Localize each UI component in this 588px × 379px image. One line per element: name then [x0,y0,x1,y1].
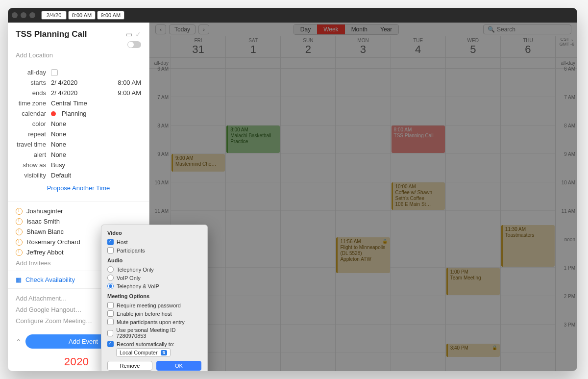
add-location[interactable]: Add Location [8,51,149,64]
calendar-type-icon[interactable]: ▭ [126,30,132,38]
view-week[interactable]: Week [317,25,344,34]
traffic-min[interactable] [21,12,26,18]
event-toastmasters[interactable]: 11:30 AMToastmasters [501,225,555,267]
repeat-value[interactable]: None [51,130,141,138]
time-label: 3 PM [564,322,575,328]
zoom-audio-both[interactable] [107,283,114,289]
titlebar-start-field[interactable] [68,11,96,20]
invitee-status-icon [16,208,23,215]
ends-time[interactable]: 9:00 AM [118,89,141,97]
event-coffee[interactable]: 10:00 AMCoffee w/ ShawnSeth's Coffee106 … [392,182,445,210]
travel-time-value[interactable]: None [51,141,141,148]
lock-icon: 🔒 [382,239,388,244]
invitee-status-icon [16,239,23,246]
time-gutter-right: CST ⌄GMT -6 all-day 6 AM7 AM8 AM9 AM10 A… [556,36,577,371]
all-day-cell[interactable] [501,58,555,69]
time-label: 10 AM [562,180,575,185]
day-column[interactable]: SUN2 [281,36,336,371]
day-header: FRI31 [171,36,225,58]
traffic-zoom[interactable] [29,12,35,18]
select-arrow-icon: ⇅ [161,350,167,355]
zoom-use-pmi-checkbox[interactable] [107,330,113,336]
day-column[interactable]: MON3🔒11:56 AMFlight to Minneapolis (DL 5… [336,36,391,371]
day-column[interactable]: SAT18:00 AMMalachi Basketball Practice [226,36,281,371]
view-month[interactable]: Month [345,25,374,34]
month-label: February 2020 [16,355,89,368]
ends-date[interactable]: 2/ 4/2020 [51,89,77,97]
app-window: TSS Planning Call ▭ ✓ Add Location all-d… [8,8,577,371]
time-zone-value[interactable]: Central Time [51,100,141,107]
day-header: TUE4 [391,36,445,58]
time-label: 7 AM [157,95,169,100]
zoom-participants-video-checkbox[interactable] [107,247,114,253]
all-day-cell[interactable] [336,58,390,69]
time-label: 1 PM [564,265,575,271]
event-toggle[interactable] [127,41,141,48]
zoom-audio-telephony[interactable] [107,266,114,273]
day-column[interactable]: TUE48:00 AMTSS Planning Call10:00 AMCoff… [391,36,446,371]
time-label: 6 AM [564,66,575,72]
traffic-close[interactable] [12,12,18,18]
zoom-record-destination-select[interactable]: Local Computer⇅ [116,348,171,357]
event-tss-planning[interactable]: 8:00 AMTSS Planning Call [392,126,445,153]
calendar-icon: ▦ [16,276,22,283]
next-week-button[interactable]: › [198,25,209,34]
time-label: 9 AM [157,152,169,157]
time-label: noon [564,237,575,242]
search-field[interactable]: 🔍 [483,25,571,34]
event-malachi[interactable]: 8:00 AMMalachi Basketball Practice [226,126,280,153]
day-header: MON3 [336,36,390,58]
zoom-record-checkbox[interactable] [107,341,114,347]
collapse-icon[interactable]: ⌃ [16,338,22,346]
color-value[interactable]: None [51,120,141,127]
day-header: THU6 [501,36,555,58]
titlebar [8,8,577,23]
zoom-ok-button[interactable]: OK [156,361,201,371]
all-day-cell[interactable] [171,58,225,69]
zoom-audio-voip[interactable] [107,275,114,281]
timezone-indicator[interactable]: CST ⌄GMT -6 [560,37,574,47]
all-day-cell[interactable] [446,58,500,69]
event-340pm[interactable]: 🔒3:40 PM [446,344,500,357]
zoom-require-password-checkbox[interactable] [107,302,114,308]
event-flight[interactable]: 🔒11:56 AMFlight to Minneapolis (DL 5528)… [336,237,390,273]
view-day[interactable]: Day [294,25,317,34]
time-label: 6 AM [157,66,169,72]
day-column[interactable]: WED51:00 PMTeam Meeting🔒3:40 PM [446,36,501,371]
invitee-status-icon [16,218,23,225]
day-column[interactable]: THU611:30 AMToastmasters [501,36,556,371]
alert-value[interactable]: None [51,151,141,158]
event-title[interactable]: TSS Planning Call [16,29,87,39]
zoom-mute-on-entry-checkbox[interactable] [107,319,114,325]
zoom-join-before-host-checkbox[interactable] [107,310,114,317]
zoom-settings-popup: Video Host Participants Audio Telephony … [101,225,208,371]
event-team-meeting[interactable]: 1:00 PMTeam Meeting [446,268,500,295]
today-button[interactable]: Today [169,25,196,34]
zoom-host-video-checkbox[interactable] [107,239,114,245]
calendar-value[interactable]: Planning [51,110,141,117]
all-day-cell[interactable] [281,58,335,69]
zoom-remove-button[interactable]: Remove [107,361,152,371]
all-day-cell[interactable] [391,58,445,69]
all-day-cell[interactable] [226,58,280,69]
all-day-checkbox[interactable] [51,69,58,76]
view-year[interactable]: Year [374,25,398,34]
titlebar-date-field[interactable] [41,11,67,20]
day-header: SAT1 [226,36,280,58]
calendar-color-dot [51,111,56,116]
titlebar-end-field[interactable] [97,11,124,20]
time-label: 11 AM [155,208,169,214]
time-label: 9 AM [564,152,575,157]
prev-week-button[interactable]: ‹ [155,25,166,34]
invitee-row[interactable]: Joshuaginter [16,206,141,216]
event-mastermind[interactable]: 9:00 AMMastermind Che… [172,154,225,172]
propose-another-time[interactable]: Propose Another Time [16,180,141,197]
show-as-value[interactable]: Busy [51,161,141,169]
starts-time[interactable]: 8:00 AM [118,79,141,86]
view-segmented-control: Day Week Month Year [294,24,399,35]
visibility-value[interactable]: Default [51,172,141,179]
day-header: WED5 [446,36,500,58]
starts-date[interactable]: 2/ 4/2020 [51,79,77,86]
checkmark-icon[interactable]: ✓ [135,30,141,38]
day-header: SUN2 [281,36,335,58]
